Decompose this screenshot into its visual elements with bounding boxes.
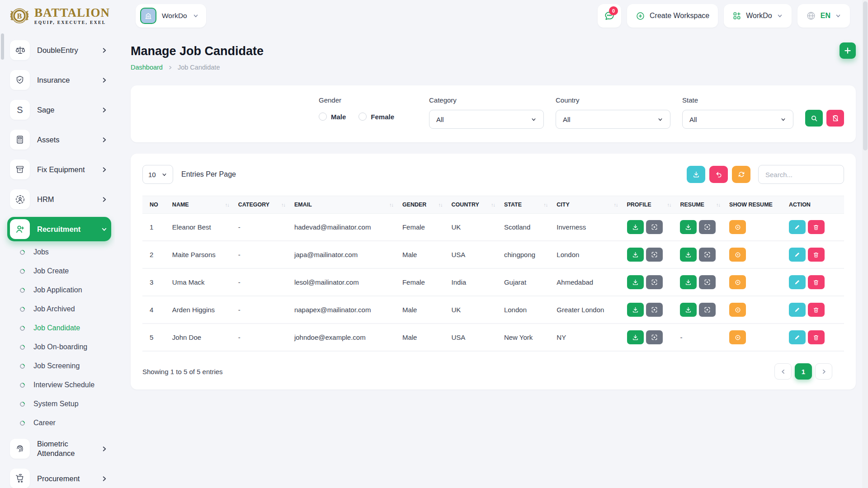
column-header-resume[interactable]: RESUME↑↓ (675, 196, 725, 214)
page-scrollbar[interactable] (862, 0, 868, 488)
sidebar-item-fix-equipment[interactable]: Fix Equipment (7, 157, 111, 182)
sidebar-item-job-screening[interactable]: Job Screening (7, 361, 111, 371)
edit-button[interactable] (789, 303, 806, 317)
profile-preview-button[interactable] (646, 303, 663, 317)
show-resume-button[interactable] (729, 248, 746, 262)
profile-preview-button[interactable] (646, 275, 663, 289)
female-radio[interactable]: Female (359, 113, 394, 121)
chevron-right-icon (168, 65, 173, 70)
download-icon (685, 224, 692, 230)
profile-download-button[interactable] (627, 330, 644, 344)
category-select[interactable]: All (429, 110, 544, 129)
sidebar-item-doubleentry[interactable]: DoubleEntry (7, 38, 111, 62)
resume-preview-button[interactable] (699, 275, 716, 289)
profile-download-button[interactable] (627, 220, 644, 234)
column-header-gender[interactable]: GENDER↑↓ (398, 196, 447, 214)
country-select[interactable]: All (556, 110, 670, 129)
country-label: Country (556, 96, 670, 104)
delete-button[interactable] (808, 303, 825, 317)
sidebar-item-job-candidate[interactable]: Job Candidate (7, 323, 111, 333)
sidebar-item-assets[interactable]: Assets (7, 127, 111, 152)
page-1-button[interactable]: 1 (795, 363, 812, 380)
sidebar-item-sage[interactable]: SSage (7, 98, 111, 122)
add-candidate-button[interactable] (840, 42, 856, 59)
profile-preview-button[interactable] (646, 248, 663, 262)
sort-icon[interactable]: ↑↓ (389, 202, 393, 207)
sidebar-item-interview-schedule[interactable]: Interview Schedule (7, 380, 111, 390)
column-header-country[interactable]: COUNTRY↑↓ (447, 196, 500, 214)
sidebar-item-biometric-attendance[interactable]: Biometric Attendance (7, 436, 111, 461)
delete-button[interactable] (808, 275, 825, 289)
search-input[interactable] (758, 165, 844, 184)
resume-download-button[interactable] (680, 275, 697, 289)
show-resume-button[interactable] (729, 303, 746, 317)
sort-icon[interactable]: ↑↓ (543, 202, 547, 207)
refresh-button[interactable] (732, 166, 750, 183)
edit-button[interactable] (789, 220, 806, 234)
profile-download-button[interactable] (627, 248, 644, 262)
sort-icon[interactable]: ↑↓ (225, 202, 229, 207)
sidebar-item-hrm[interactable]: HRM (7, 187, 111, 211)
resume-download-button[interactable] (680, 303, 697, 317)
edit-button[interactable] (789, 330, 806, 344)
delete-button[interactable] (808, 248, 825, 262)
sort-icon[interactable]: ↑↓ (716, 202, 720, 207)
sidebar-item-job-archived[interactable]: Job Archived (7, 304, 111, 314)
sidebar-item-job-on-boarding[interactable]: Job On-boarding (7, 342, 111, 352)
edit-button[interactable] (789, 275, 806, 289)
page-scrollbar-thumb[interactable] (863, 1, 868, 150)
profile-preview-button[interactable] (646, 220, 663, 234)
language-selector[interactable]: EN (797, 4, 850, 28)
sort-icon[interactable]: ↑↓ (439, 202, 443, 207)
workspace-switcher[interactable]: WorkDo (136, 4, 206, 28)
column-header-name[interactable]: NAME↑↓ (168, 196, 234, 214)
apply-filter-button[interactable] (805, 110, 823, 127)
state-select[interactable]: All (682, 110, 793, 129)
sort-icon[interactable]: ↑↓ (281, 202, 285, 207)
resume-preview-button[interactable] (699, 303, 716, 317)
entries-per-page-select[interactable]: 10 (142, 165, 173, 184)
sort-icon[interactable]: ↑↓ (614, 202, 618, 207)
sidebar-item-career[interactable]: Career (7, 418, 111, 428)
resume-preview-button[interactable] (699, 220, 716, 234)
profile-download-button[interactable] (627, 303, 644, 317)
sidebar-item-job-application[interactable]: Job Application (7, 285, 111, 296)
profile-preview-button[interactable] (646, 330, 663, 344)
sidebar-item-insurance[interactable]: Insurance (7, 68, 111, 92)
male-radio[interactable]: Male (319, 113, 346, 121)
column-header-city[interactable]: CITY↑↓ (552, 196, 622, 214)
edit-button[interactable] (789, 248, 806, 262)
show-resume-button[interactable] (729, 330, 746, 344)
profile-download-button[interactable] (627, 275, 644, 289)
workdo-menu-button[interactable]: WorkDo (724, 4, 792, 28)
sort-icon[interactable]: ↑↓ (491, 202, 495, 207)
resume-download-button[interactable] (680, 220, 697, 234)
show-resume-button[interactable] (729, 220, 746, 234)
resume-download-button[interactable] (680, 248, 697, 262)
calculator-icon (10, 130, 30, 150)
column-header-state[interactable]: STATE↑↓ (500, 196, 552, 214)
column-header-category[interactable]: CATEGORY↑↓ (234, 196, 290, 214)
column-header-email[interactable]: EMAIL↑↓ (290, 196, 398, 214)
delete-button[interactable] (808, 220, 825, 234)
messages-button[interactable]: 0 (598, 4, 621, 28)
breadcrumb-dashboard-link[interactable]: Dashboard (131, 64, 163, 71)
create-workspace-button[interactable]: Create Workspace (627, 4, 718, 28)
prev-page-button[interactable] (774, 363, 792, 380)
export-button[interactable] (687, 166, 705, 183)
sidebar-item-procurement[interactable]: Procurement (7, 466, 111, 488)
column-header-profile[interactable]: PROFILE↑↓ (623, 196, 676, 214)
sidebar-item-system-setup[interactable]: System Setup (7, 399, 111, 409)
undo-button[interactable] (709, 166, 728, 183)
resume-preview-button[interactable] (699, 248, 716, 262)
next-page-button[interactable] (815, 363, 832, 380)
clear-filter-button[interactable] (826, 110, 844, 127)
sidebar-item-job-create[interactable]: Job Create (7, 266, 111, 277)
sidebar-item-jobs[interactable]: Jobs (7, 247, 111, 258)
delete-button[interactable] (808, 330, 825, 344)
sidebar-item-recruitment[interactable]: Recruitment (7, 217, 111, 241)
sidebar-scrollbar[interactable] (1, 33, 4, 60)
show-resume-button[interactable] (729, 275, 746, 289)
cell-profile (623, 241, 676, 268)
sort-icon[interactable]: ↑↓ (667, 202, 671, 207)
